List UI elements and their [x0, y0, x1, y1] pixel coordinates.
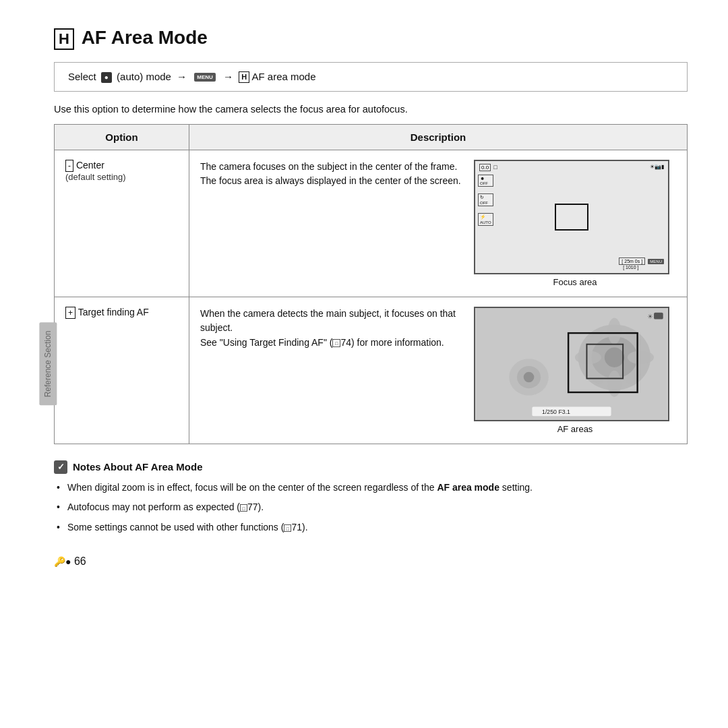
options-table: Option Description - Center (default set… — [54, 124, 688, 444]
focus-area-label: Focus area — [474, 277, 676, 287]
camera-icon: ● — [101, 72, 112, 83]
notes-section: ✓ Notes About AF Area Mode When digital … — [54, 460, 688, 535]
option-cell-target: + Target finding AF — [55, 297, 189, 444]
arrow2: → — [223, 71, 233, 82]
camera-preview-target: ☀ 1/250 F3.1 AF areas — [474, 307, 676, 434]
page-footer: 🔑● 66 — [54, 555, 688, 568]
arrow1: → — [177, 71, 187, 82]
focus-bracket — [555, 204, 588, 231]
list-item: Autofocus may not perform as expected (□… — [57, 500, 688, 515]
page-title: H AF Area Mode — [54, 27, 688, 50]
screen-left-icons: ☻OFF ↻OFF ⚡AUTO — [478, 175, 493, 226]
svg-text:1/250  F3.1: 1/250 F3.1 — [542, 408, 570, 415]
desc-cell-center: The camera focuses on the subject in the… — [189, 150, 688, 297]
camera-preview-center: 0.0 □ ☀📷▮ ☻OFF ↻OFF ⚡AUTO — [474, 160, 676, 287]
nav-af-text: AF area mode — [251, 71, 315, 82]
notes-title: ✓ Notes About AF Area Mode — [54, 460, 688, 474]
af-areas-label: AF areas — [474, 424, 676, 434]
col-desc-header: Description — [189, 124, 688, 150]
nav-mode-text: (auto) mode — [117, 71, 171, 82]
title-icon: H — [54, 28, 74, 50]
list-item: When digital zoom is in effect, focus wi… — [57, 481, 688, 495]
option-icon-center: - Center — [65, 160, 178, 172]
svg-text:☀: ☀ — [647, 312, 653, 320]
table-row: - Center (default setting) The camera fo… — [55, 150, 688, 297]
option-cell-center: - Center (default setting) — [55, 150, 189, 297]
table-row: + Target finding AF When the camera dete… — [55, 297, 688, 444]
svg-rect-18 — [654, 313, 663, 320]
list-item: Some settings cannot be used with other … — [57, 520, 688, 535]
footer-icon: 🔑● — [54, 556, 71, 567]
af-mode-icon: H — [239, 71, 249, 82]
svg-point-4 — [608, 317, 621, 344]
screen-top-icons: 0.0 □ ☀📷▮ — [475, 164, 668, 171]
notes-list: When digital zoom is in effect, focus wi… — [57, 481, 688, 535]
svg-point-14 — [524, 371, 535, 382]
screen-bottom-info: [ 25m 0s ] MENU [ 1010 ] — [619, 258, 664, 270]
nav-select-text: Select — [68, 71, 96, 82]
check-icon: ✓ — [54, 460, 67, 474]
svg-point-7 — [628, 351, 654, 364]
svg-rect-16 — [586, 344, 623, 378]
intro-text: Use this option to determine how the cam… — [54, 104, 688, 115]
option-icon-target: + Target finding AF — [65, 307, 178, 319]
side-label: Reference Section — [39, 323, 57, 406]
desc-text-center: The camera focuses on the subject in the… — [200, 160, 463, 189]
desc-text-target: When the camera detects the main subject… — [200, 307, 463, 351]
option-sub-center: (default setting) — [65, 172, 178, 182]
col-option-header: Option — [55, 124, 189, 150]
nav-box: Select ● (auto) mode → MENU → H AF area … — [54, 62, 688, 92]
desc-cell-target: When the camera detects the main subject… — [189, 297, 688, 444]
flower-background-svg: ☀ 1/250 F3.1 — [475, 308, 668, 420]
menu-icon: MENU — [194, 73, 216, 82]
footer-page: 66 — [74, 555, 86, 567]
